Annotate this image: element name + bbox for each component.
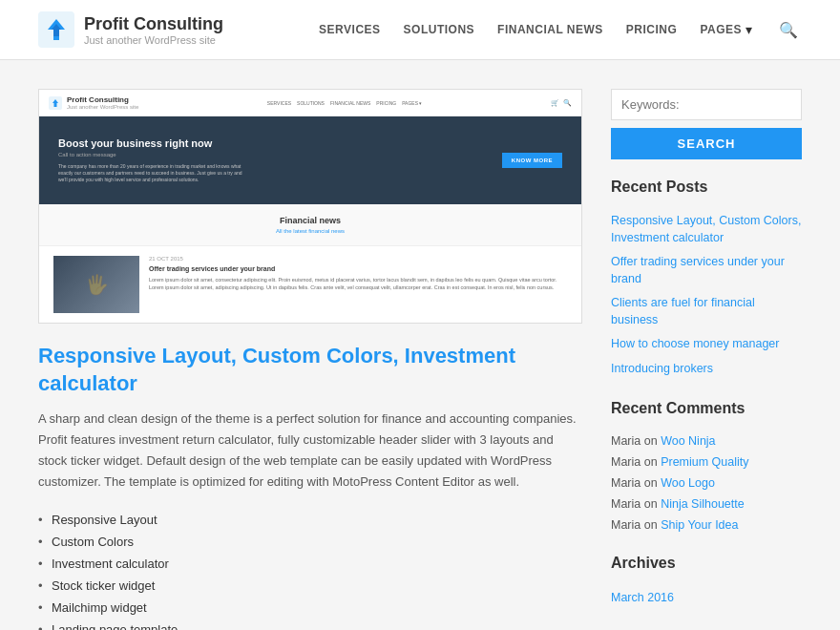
recent-post-link[interactable]: Responsive Layout, Custom Colors, Invest… — [611, 213, 802, 246]
comment-link[interactable]: Ship Your Idea — [661, 518, 738, 532]
list-item: Custom Colors — [38, 531, 582, 553]
comment-item: Maria on Premium Quality — [611, 455, 802, 469]
preview-article-title: Offer trading services under your brand — [149, 265, 567, 272]
preview-nav: SERVICES SOLUTIONS FINANCIAL NEWS PRICIN… — [267, 100, 423, 106]
recent-post-link[interactable]: Introducing brokers — [611, 361, 802, 378]
preview-search-icon: 🔍 — [563, 99, 572, 107]
preview-hero-btn: KNOW MORE — [502, 153, 562, 168]
recent-posts-section: Recent Posts Responsive Layout, Custom C… — [611, 178, 802, 377]
preview-nav-icons: 🛒 🔍 — [551, 99, 572, 107]
preview-news-title: Financial news — [58, 216, 562, 225]
recent-comments-section: Recent Comments Maria on Woo Ninja Maria… — [611, 400, 802, 532]
recent-posts-list: Responsive Layout, Custom Colors, Invest… — [611, 213, 802, 377]
preview-article-image-overlay: 🖐 — [53, 256, 139, 313]
preview-logo-area: Profit Consulting Just another WordPress… — [49, 95, 138, 110]
list-item: Responsive Layout — [38, 509, 582, 531]
logo-subtitle: Just another WordPress site — [84, 34, 223, 46]
list-item: Introducing brokers — [611, 361, 802, 378]
recent-post-link[interactable]: How to choose money manager — [611, 336, 802, 353]
logo-icon — [38, 11, 74, 48]
preview-nav-services: SERVICES — [267, 100, 291, 106]
comment-author: Maria — [611, 497, 640, 511]
comment-on: on — [644, 497, 661, 511]
preview-hero-desc: The company has more than 20 years of ex… — [58, 163, 249, 183]
post-body: A sharp and clean design of the theme is… — [38, 409, 582, 493]
preview-article-date: 21 OCT 2015 — [149, 256, 567, 262]
list-item: Offer trading services under your brand — [611, 254, 802, 287]
logo-text: Profit Consulting Just another WordPress… — [84, 14, 223, 46]
search-button[interactable]: SEARCH — [611, 128, 802, 159]
preview-hero: Boost your business right now Call to ac… — [39, 116, 581, 204]
preview-box: Profit Consulting Just another WordPress… — [38, 89, 582, 324]
preview-nav-financial-news: FINANCIAL NEWS — [330, 100, 370, 106]
preview-logo-text-area: Profit Consulting Just another WordPress… — [67, 95, 138, 110]
post-title: Responsive Layout, Custom Colors, Invest… — [38, 343, 582, 397]
list-item: Responsive Layout, Custom Colors, Invest… — [611, 213, 802, 246]
preview-nav-solutions: SOLUTIONS — [297, 100, 325, 106]
archive-link[interactable]: March 2016 — [611, 591, 674, 604]
comment-author: Maria — [611, 476, 640, 490]
content-area: Profit Consulting Just another WordPress… — [38, 89, 582, 630]
nav-services[interactable]: SERVICES — [319, 23, 380, 36]
preview-hero-cta: Call to action message — [58, 152, 249, 158]
list-item: Stock ticker widget — [38, 575, 582, 597]
comment-on: on — [644, 476, 661, 490]
list-item: Investment calculator — [38, 553, 582, 575]
article-image-icon: 🖐 — [85, 273, 109, 296]
comment-author: Maria — [611, 434, 640, 448]
comment-item: Maria on Woo Logo — [611, 476, 802, 490]
search-box: SEARCH — [611, 89, 802, 159]
preview-news-section: Financial news All the latest financial … — [39, 204, 581, 246]
preview-logo-title: Profit Consulting — [67, 95, 138, 104]
list-item: Landing page template — [38, 619, 582, 630]
list-item: Mailchimp widget — [38, 597, 582, 619]
preview-article-content: 21 OCT 2015 Offer trading services under… — [149, 256, 567, 313]
list-item: How to choose money manager — [611, 336, 802, 353]
search-input[interactable] — [611, 89, 802, 120]
preview-hero-text: Boost your business right now Call to ac… — [58, 137, 249, 183]
comment-on: on — [644, 434, 658, 448]
recent-comments-heading: Recent Comments — [611, 400, 802, 423]
logo-area: Profit Consulting Just another WordPress… — [38, 11, 223, 48]
preview-article: 🖐 21 OCT 2015 Offer trading services und… — [39, 246, 581, 323]
preview-hero-title: Boost your business right now — [58, 137, 249, 149]
comment-link[interactable]: Ninja Silhouette — [661, 497, 745, 511]
preview-logo-icon — [49, 96, 62, 110]
comment-on: on — [644, 455, 661, 469]
main-wrapper: Profit Consulting Just another WordPress… — [0, 60, 840, 630]
site-header: Profit Consulting Just another WordPress… — [0, 0, 840, 60]
logo-title: Profit Consulting — [84, 14, 223, 34]
sidebar: SEARCH Recent Posts Responsive Layout, C… — [611, 89, 802, 630]
list-item: March 2016 — [611, 589, 802, 604]
nav-pages[interactable]: PAGES ▾ — [700, 22, 752, 37]
nav-pricing[interactable]: PRICING — [626, 23, 678, 36]
archives-section: Archives March 2016 — [611, 555, 802, 604]
comment-link[interactable]: Premium Quality — [661, 455, 748, 469]
archives-heading: Archives — [611, 555, 802, 578]
preview-logo-sub: Just another WordPress site — [67, 104, 138, 110]
comment-link[interactable]: Woo Logo — [661, 476, 715, 490]
preview-article-image: 🖐 — [53, 256, 139, 313]
comment-item: Maria on Ninja Silhouette — [611, 497, 802, 511]
comment-link[interactable]: Woo Ninja — [661, 434, 715, 448]
list-item: Clients are fuel for financial business — [611, 295, 802, 328]
nav-solutions[interactable]: SOLUTIONS — [404, 23, 475, 36]
preview-cart-icon: 🛒 — [551, 99, 559, 107]
recent-posts-heading: Recent Posts — [611, 178, 802, 201]
preview-nav-pricing: PRICING — [376, 100, 396, 106]
comment-on: on — [644, 518, 661, 532]
comment-author: Maria — [611, 455, 640, 469]
nav-pages-link[interactable]: PAGES — [700, 23, 742, 36]
preview-article-body: Lorem ipsum dolor sit amet, consectetur … — [149, 276, 567, 292]
recent-post-link[interactable]: Offer trading services under your brand — [611, 254, 802, 287]
post-feature-list: Responsive Layout Custom Colors Investme… — [38, 509, 582, 630]
preview-nav-pages: PAGES ▾ — [402, 100, 422, 106]
header-search-button[interactable]: 🔍 — [775, 17, 802, 43]
comment-item: Maria on Woo Ninja — [611, 434, 802, 448]
main-nav: SERVICES SOLUTIONS FINANCIAL NEWS PRICIN… — [319, 17, 802, 43]
recent-post-link[interactable]: Clients are fuel for financial business — [611, 295, 802, 328]
nav-financial-news[interactable]: FINANCIAL NEWS — [497, 23, 603, 36]
comment-item: Maria on Ship Your Idea — [611, 518, 802, 532]
chevron-down-icon: ▾ — [746, 22, 752, 37]
archive-list: March 2016 — [611, 589, 802, 604]
